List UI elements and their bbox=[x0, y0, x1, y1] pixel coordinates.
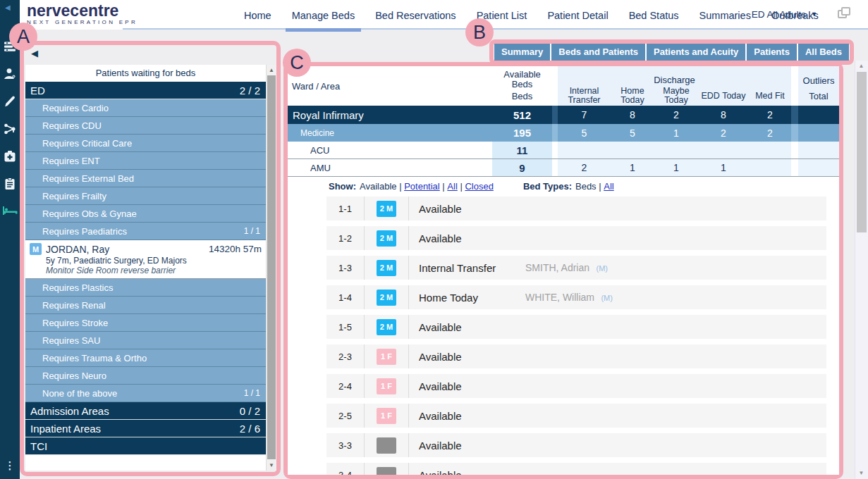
row-count: 1 / 1 bbox=[244, 226, 260, 236]
waiting-list-row[interactable]: Requires Cardio bbox=[25, 99, 266, 117]
scroll-down-icon[interactable]: ▼ bbox=[267, 460, 276, 471]
waiting-for-beds-panel: Patients waiting for beds ED 2 / 2 bbox=[25, 65, 266, 471]
scrollbar-thumb[interactable] bbox=[267, 75, 276, 459]
view-tab-button[interactable]: All Beds bbox=[798, 44, 849, 61]
ward-summary-row[interactable]: AMU 9 2 1 1 1 bbox=[288, 159, 839, 177]
nav-tab[interactable]: Patient Detail bbox=[547, 1, 608, 30]
collapse-panel-icon[interactable]: ◀ bbox=[31, 48, 38, 58]
patient-note: Monitor Side Room reverse barrier bbox=[46, 266, 262, 275]
beds-available-value: 11 bbox=[492, 142, 552, 158]
panel-a-scrollbar[interactable]: ▲ ▼ bbox=[266, 65, 276, 471]
waiting-list-row[interactable]: Requires CDU bbox=[25, 117, 266, 135]
bed-number: 1-2 bbox=[326, 233, 364, 244]
logo-subtitle: NEXT GENERATION EPR bbox=[27, 19, 137, 25]
waiting-list-row[interactable]: Requires Plastics bbox=[25, 279, 266, 297]
bed-row[interactable]: 1-1 2 M Available bbox=[326, 197, 826, 220]
context-selector-dropdown[interactable]: ED All Adults ▼ bbox=[752, 0, 817, 28]
show-filter-option[interactable]: Available bbox=[360, 181, 397, 192]
bed-row[interactable]: 1-4 2 M Home Today WHITE, William (M) bbox=[326, 285, 826, 309]
open-new-window-icon[interactable] bbox=[838, 7, 850, 18]
waiting-list-row[interactable]: Requires Stroke bbox=[25, 314, 266, 332]
view-tab-button[interactable]: Patients and Acuity bbox=[647, 44, 745, 61]
view-tab-button[interactable]: Summary bbox=[494, 44, 550, 61]
med-fit-value: 2 bbox=[749, 124, 791, 142]
view-tab-button[interactable]: Patients bbox=[747, 44, 797, 61]
nervecentre-logo: nervecentre NEXT GENERATION EPR bbox=[27, 2, 137, 25]
nav-tab[interactable]: Home bbox=[244, 1, 271, 30]
row-label: None of the above bbox=[42, 388, 244, 399]
ward-summary-row[interactable]: Royal Infirmary 512 7 8 2 8 2 bbox=[288, 106, 839, 124]
col-group-discharge: Discharge bbox=[558, 75, 791, 86]
bed-occupancy-badge: 1 F bbox=[377, 349, 396, 365]
waiting-list-row[interactable]: Requires SAU bbox=[25, 332, 266, 349]
show-filter-option[interactable]: Potential bbox=[404, 181, 440, 192]
main-scrollbar[interactable]: ▲ ▼ bbox=[855, 61, 868, 479]
waiting-list-row[interactable]: Requires Trauma & Ortho bbox=[25, 349, 266, 367]
internal-transfer-value bbox=[558, 142, 611, 158]
bed-row[interactable]: 2-3 1 F Available bbox=[326, 344, 826, 368]
more-options-icon[interactable]: ⋮ bbox=[0, 462, 20, 469]
waiting-list-row[interactable]: ED 2 / 2 bbox=[25, 82, 266, 99]
row-label: Requires CDU bbox=[42, 120, 260, 131]
show-filter-option[interactable]: All bbox=[447, 181, 457, 192]
edd-today-value: 2 bbox=[698, 124, 749, 142]
bed-row[interactable]: 2-5 1 F Available bbox=[326, 404, 826, 428]
scroll-down-icon[interactable]: ▼ bbox=[855, 468, 867, 478]
waiting-list-row[interactable]: None of the above 1 / 1 bbox=[25, 385, 266, 402]
row-label: Requires Obs & Gynae bbox=[42, 209, 260, 219]
waiting-list-row[interactable]: Inpatient Areas 2 / 6 bbox=[25, 420, 266, 437]
row-label: Requires Plastics bbox=[42, 282, 260, 293]
pen-icon[interactable] bbox=[3, 94, 17, 108]
nav-tab[interactable]: Bed Reservations bbox=[375, 1, 456, 30]
waiting-list-row[interactable]: TCI bbox=[25, 437, 266, 455]
bed-icon[interactable] bbox=[2, 204, 18, 217]
waiting-list-row[interactable]: Requires External Bed bbox=[25, 170, 266, 187]
bed-types-filter-option[interactable]: Beds bbox=[575, 181, 597, 192]
bed-patient-sex: (M) bbox=[596, 264, 608, 273]
bed-row[interactable]: 2-4 1 F Available bbox=[326, 374, 826, 398]
annotation-border-a: ◀ Patients waiting for beds ED 2 / 2 bbox=[20, 41, 281, 476]
waiting-list-row[interactable]: Requires Renal bbox=[25, 297, 266, 314]
bed-status: Available bbox=[409, 232, 525, 244]
show-filter-option[interactable]: Closed bbox=[465, 181, 493, 192]
col-header-total: Total bbox=[798, 91, 839, 101]
nav-tab[interactable]: Bed Status bbox=[629, 1, 679, 30]
waiting-list-row[interactable]: Requires ENT bbox=[25, 152, 266, 170]
manage-beds-screen: ◀ ⋮ bbox=[0, 0, 868, 479]
collapse-rail-icon[interactable]: ◀ bbox=[5, 4, 11, 11]
bed-row[interactable]: 3-3 Available bbox=[326, 433, 826, 457]
medicine-box-icon[interactable] bbox=[3, 149, 17, 163]
nav-tab[interactable]: Summaries bbox=[699, 1, 751, 30]
scroll-up-icon[interactable]: ▲ bbox=[267, 65, 276, 75]
bed-row[interactable]: 3-4 Available bbox=[326, 463, 826, 475]
left-icon-sidebar: ◀ ⋮ bbox=[0, 0, 20, 479]
top-navigation-bar: nervecentre NEXT GENERATION EPR Home Man… bbox=[20, 0, 868, 30]
waiting-list-row[interactable]: Requires Frailty bbox=[25, 187, 266, 205]
waiting-list-row[interactable]: Requires Critical Care bbox=[25, 135, 266, 152]
nav-tab[interactable]: Manage Beds bbox=[292, 1, 355, 30]
ward-summary-row[interactable]: Medicine 195 5 5 1 2 2 bbox=[288, 124, 839, 142]
ward-summary-row[interactable]: ACU 11 bbox=[288, 142, 839, 159]
waiting-list-row[interactable]: Requires Paediatrics 1 / 1 bbox=[25, 223, 266, 240]
bed-row[interactable]: 1-5 2 M Available bbox=[326, 315, 826, 339]
network-icon[interactable] bbox=[3, 122, 17, 136]
clinician-icon[interactable] bbox=[3, 67, 17, 81]
waiting-list-row[interactable]: M JORDAN, Ray 14320h 57m 5y 7m, Paediatr… bbox=[25, 240, 266, 279]
home-today-value bbox=[611, 142, 654, 158]
row-label: Admission Areas bbox=[30, 405, 240, 417]
bed-row[interactable]: 1-2 2 M Available bbox=[326, 226, 826, 250]
row-label: Requires Renal bbox=[42, 300, 260, 311]
waiting-list-row[interactable]: Requires Neuro bbox=[25, 367, 266, 385]
scroll-up-icon[interactable]: ▲ bbox=[855, 61, 867, 71]
scrollbar-thumb[interactable] bbox=[857, 72, 867, 232]
clipboard-icon[interactable] bbox=[3, 177, 17, 191]
view-tab-button[interactable]: Beds and Patients bbox=[551, 44, 645, 61]
waiting-list-row[interactable]: Admission Areas 0 / 2 bbox=[25, 402, 266, 420]
row-label: Requires Cardio bbox=[42, 103, 260, 113]
waiting-list-row[interactable]: Requires Obs & Gynae bbox=[25, 205, 266, 223]
bed-types-filter-option[interactable]: All bbox=[604, 181, 613, 192]
row-label: Requires External Bed bbox=[42, 173, 260, 184]
bed-row[interactable]: 1-3 2 M Internal Transfer SMITH, Adrian … bbox=[326, 256, 826, 280]
annotation-border-b: Summary Beds and Patients Patients and A… bbox=[489, 39, 854, 65]
nav-items: Home Manage Beds Bed Reservations Patien… bbox=[244, 0, 819, 30]
